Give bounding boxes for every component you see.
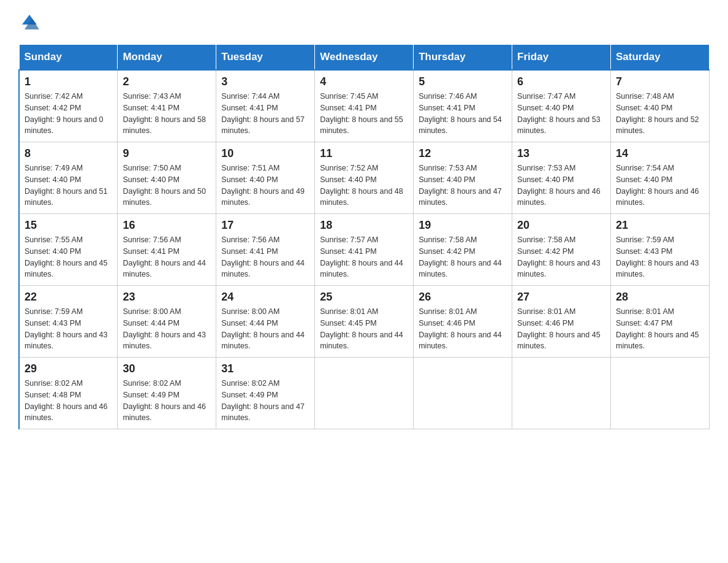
day-info: Sunrise: 7:43 AM Sunset: 4:41 PM Dayligh… — [123, 91, 211, 137]
day-number: 8 — [25, 147, 112, 160]
weekday-header-saturday: Saturday — [611, 45, 710, 71]
calendar-cell — [315, 358, 414, 429]
calendar-cell: 14 Sunrise: 7:54 AM Sunset: 4:40 PM Dayl… — [611, 142, 710, 214]
calendar-cell: 19 Sunrise: 7:58 AM Sunset: 4:42 PM Dayl… — [414, 214, 512, 286]
day-number: 5 — [419, 75, 507, 88]
day-info: Sunrise: 7:48 AM Sunset: 4:40 PM Dayligh… — [616, 91, 704, 137]
calendar-cell: 31 Sunrise: 8:02 AM Sunset: 4:49 PM Dayl… — [216, 358, 315, 429]
day-number: 4 — [320, 75, 408, 88]
calendar-cell: 17 Sunrise: 7:56 AM Sunset: 4:41 PM Dayl… — [216, 214, 315, 286]
calendar-cell: 20 Sunrise: 7:58 AM Sunset: 4:42 PM Dayl… — [512, 214, 611, 286]
day-number: 23 — [123, 291, 211, 304]
day-info: Sunrise: 8:00 AM Sunset: 4:44 PM Dayligh… — [221, 306, 309, 352]
calendar-cell: 23 Sunrise: 8:00 AM Sunset: 4:44 PM Dayl… — [118, 286, 216, 358]
day-number: 6 — [517, 75, 605, 88]
calendar-week-row: 29 Sunrise: 8:02 AM Sunset: 4:48 PM Dayl… — [19, 358, 710, 429]
day-number: 20 — [517, 219, 605, 232]
day-number: 30 — [123, 362, 211, 375]
day-number: 21 — [616, 219, 704, 232]
calendar-cell: 6 Sunrise: 7:47 AM Sunset: 4:40 PM Dayli… — [512, 70, 611, 142]
day-info: Sunrise: 7:58 AM Sunset: 4:42 PM Dayligh… — [517, 234, 605, 280]
day-number: 13 — [517, 147, 605, 160]
calendar-cell: 28 Sunrise: 8:01 AM Sunset: 4:47 PM Dayl… — [611, 286, 710, 358]
calendar-cell: 22 Sunrise: 7:59 AM Sunset: 4:43 PM Dayl… — [19, 286, 118, 358]
calendar-cell: 12 Sunrise: 7:53 AM Sunset: 4:40 PM Dayl… — [414, 142, 512, 214]
day-info: Sunrise: 7:52 AM Sunset: 4:40 PM Dayligh… — [320, 163, 408, 209]
calendar-week-row: 1 Sunrise: 7:42 AM Sunset: 4:42 PM Dayli… — [19, 70, 710, 142]
weekday-header-tuesday: Tuesday — [216, 45, 315, 71]
weekday-header-monday: Monday — [118, 45, 216, 71]
day-number: 7 — [616, 75, 704, 88]
calendar-cell: 16 Sunrise: 7:56 AM Sunset: 4:41 PM Dayl… — [118, 214, 216, 286]
day-info: Sunrise: 7:44 AM Sunset: 4:41 PM Dayligh… — [221, 91, 309, 137]
day-number: 27 — [517, 291, 605, 304]
day-number: 15 — [25, 219, 112, 232]
day-info: Sunrise: 7:53 AM Sunset: 4:40 PM Dayligh… — [517, 163, 605, 209]
calendar-cell: 10 Sunrise: 7:51 AM Sunset: 4:40 PM Dayl… — [216, 142, 315, 214]
day-info: Sunrise: 7:58 AM Sunset: 4:42 PM Dayligh… — [419, 234, 507, 280]
calendar-cell — [414, 358, 512, 429]
calendar-cell: 4 Sunrise: 7:45 AM Sunset: 4:41 PM Dayli… — [315, 70, 414, 142]
calendar-cell: 24 Sunrise: 8:00 AM Sunset: 4:44 PM Dayl… — [216, 286, 315, 358]
calendar-cell: 8 Sunrise: 7:49 AM Sunset: 4:40 PM Dayli… — [19, 142, 118, 214]
day-info: Sunrise: 8:02 AM Sunset: 4:48 PM Dayligh… — [25, 378, 112, 424]
calendar-cell: 5 Sunrise: 7:46 AM Sunset: 4:41 PM Dayli… — [414, 70, 512, 142]
calendar-cell: 11 Sunrise: 7:52 AM Sunset: 4:40 PM Dayl… — [315, 142, 414, 214]
weekday-header-sunday: Sunday — [19, 45, 118, 71]
day-number: 22 — [25, 291, 112, 304]
day-info: Sunrise: 8:01 AM Sunset: 4:46 PM Dayligh… — [419, 306, 507, 352]
weekday-header-row: SundayMondayTuesdayWednesdayThursdayFrid… — [19, 45, 710, 71]
day-number: 1 — [25, 75, 112, 88]
day-number: 9 — [123, 147, 211, 160]
day-info: Sunrise: 8:01 AM Sunset: 4:45 PM Dayligh… — [320, 306, 408, 352]
day-info: Sunrise: 8:02 AM Sunset: 4:49 PM Dayligh… — [221, 378, 309, 424]
calendar-cell: 27 Sunrise: 8:01 AM Sunset: 4:46 PM Dayl… — [512, 286, 611, 358]
calendar-table: SundayMondayTuesdayWednesdayThursdayFrid… — [18, 44, 710, 429]
day-info: Sunrise: 7:51 AM Sunset: 4:40 PM Dayligh… — [221, 163, 309, 209]
day-info: Sunrise: 7:53 AM Sunset: 4:40 PM Dayligh… — [419, 163, 507, 209]
calendar-cell: 1 Sunrise: 7:42 AM Sunset: 4:42 PM Dayli… — [19, 70, 118, 142]
day-info: Sunrise: 7:56 AM Sunset: 4:41 PM Dayligh… — [123, 234, 211, 280]
day-info: Sunrise: 7:45 AM Sunset: 4:41 PM Dayligh… — [320, 91, 408, 137]
logo — [18, 12, 40, 32]
day-number: 25 — [320, 291, 408, 304]
day-info: Sunrise: 7:49 AM Sunset: 4:40 PM Dayligh… — [25, 163, 112, 209]
calendar-cell: 26 Sunrise: 8:01 AM Sunset: 4:46 PM Dayl… — [414, 286, 512, 358]
day-info: Sunrise: 7:59 AM Sunset: 4:43 PM Dayligh… — [25, 306, 112, 352]
calendar-week-row: 22 Sunrise: 7:59 AM Sunset: 4:43 PM Dayl… — [19, 286, 710, 358]
day-info: Sunrise: 7:59 AM Sunset: 4:43 PM Dayligh… — [616, 234, 704, 280]
day-number: 26 — [419, 291, 507, 304]
day-info: Sunrise: 8:01 AM Sunset: 4:47 PM Dayligh… — [616, 306, 704, 352]
calendar-cell: 2 Sunrise: 7:43 AM Sunset: 4:41 PM Dayli… — [118, 70, 216, 142]
calendar-week-row: 15 Sunrise: 7:55 AM Sunset: 4:40 PM Dayl… — [19, 214, 710, 286]
calendar-cell: 3 Sunrise: 7:44 AM Sunset: 4:41 PM Dayli… — [216, 70, 315, 142]
day-info: Sunrise: 7:55 AM Sunset: 4:40 PM Dayligh… — [25, 234, 112, 280]
logo-icon — [20, 12, 39, 32]
calendar-cell: 25 Sunrise: 8:01 AM Sunset: 4:45 PM Dayl… — [315, 286, 414, 358]
day-info: Sunrise: 7:57 AM Sunset: 4:41 PM Dayligh… — [320, 234, 408, 280]
day-number: 3 — [221, 75, 309, 88]
day-number: 19 — [419, 219, 507, 232]
day-info: Sunrise: 7:47 AM Sunset: 4:40 PM Dayligh… — [517, 91, 605, 137]
weekday-header-wednesday: Wednesday — [315, 45, 414, 71]
day-number: 28 — [616, 291, 704, 304]
day-info: Sunrise: 7:54 AM Sunset: 4:40 PM Dayligh… — [616, 163, 704, 209]
calendar-cell: 7 Sunrise: 7:48 AM Sunset: 4:40 PM Dayli… — [611, 70, 710, 142]
day-number: 12 — [419, 147, 507, 160]
calendar-cell: 9 Sunrise: 7:50 AM Sunset: 4:40 PM Dayli… — [118, 142, 216, 214]
page-header — [18, 12, 710, 32]
day-number: 18 — [320, 219, 408, 232]
day-number: 2 — [123, 75, 211, 88]
weekday-header-thursday: Thursday — [414, 45, 512, 71]
calendar-cell: 18 Sunrise: 7:57 AM Sunset: 4:41 PM Dayl… — [315, 214, 414, 286]
day-info: Sunrise: 7:46 AM Sunset: 4:41 PM Dayligh… — [419, 91, 507, 137]
day-info: Sunrise: 7:56 AM Sunset: 4:41 PM Dayligh… — [221, 234, 309, 280]
day-number: 14 — [616, 147, 704, 160]
day-number: 24 — [221, 291, 309, 304]
day-number: 17 — [221, 219, 309, 232]
day-number: 10 — [221, 147, 309, 160]
day-number: 29 — [25, 362, 112, 375]
calendar-cell: 13 Sunrise: 7:53 AM Sunset: 4:40 PM Dayl… — [512, 142, 611, 214]
calendar-cell: 30 Sunrise: 8:02 AM Sunset: 4:49 PM Dayl… — [118, 358, 216, 429]
day-info: Sunrise: 8:01 AM Sunset: 4:46 PM Dayligh… — [517, 306, 605, 352]
